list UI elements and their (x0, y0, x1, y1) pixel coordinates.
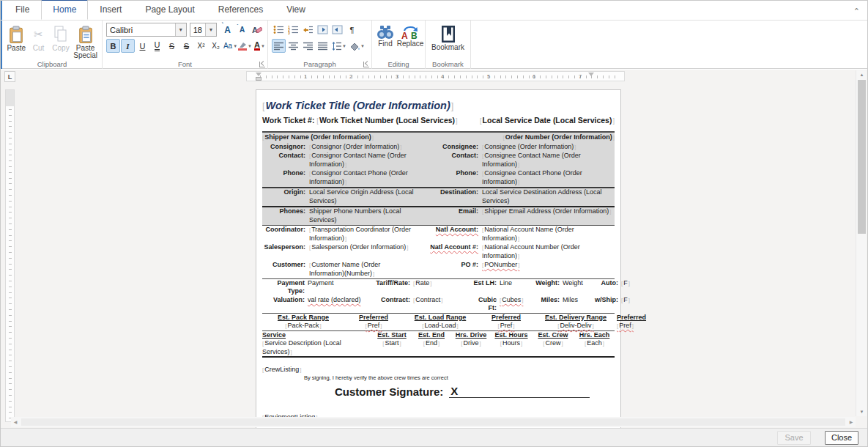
font-size-combo[interactable]: 18 ▼ (190, 23, 217, 37)
copy-button[interactable]: Copy (51, 23, 71, 61)
line-spacing-button[interactable]: ▼ (330, 39, 348, 53)
crew-listing-field[interactable]: CrewListing (262, 366, 615, 373)
justify-button[interactable] (316, 39, 330, 53)
table-row-origin: Origin: Local Service Origin Address (Lo… (262, 187, 615, 207)
ribbon-tab-bar: File Home Insert Page Layout References … (4, 1, 845, 20)
font-color-button[interactable]: A▼ (253, 39, 267, 53)
line-spacing-icon (332, 42, 341, 51)
decrease-indent-button[interactable] (316, 23, 330, 37)
copy-icon (53, 25, 68, 44)
table-row: Consignor: Consignor (Order Information)… (262, 142, 615, 152)
horizontal-ruler[interactable]: 1 2 3 4 5 6 7 (246, 71, 625, 81)
horizontal-scrollbar-thumb[interactable] (21, 418, 845, 426)
payment-row: Valuation: val rate (declared) Contract:… (262, 296, 615, 314)
align-right-button[interactable] (301, 39, 315, 53)
first-line-indent-marker[interactable] (256, 73, 261, 76)
tab-home[interactable]: Home (41, 0, 88, 20)
service-value-row: Service Description (Local Services) Sta… (262, 339, 615, 358)
chevron-down-icon[interactable]: ▼ (205, 23, 216, 36)
ruler-number: 1 (304, 73, 307, 80)
align-left-icon (274, 42, 284, 51)
highlight-color-button[interactable]: ▼ (238, 39, 252, 53)
svg-text:3: 3 (288, 31, 290, 34)
align-left-button[interactable] (272, 39, 286, 53)
chevron-down-icon: ▼ (342, 44, 346, 48)
multilevel-list-icon (303, 25, 314, 34)
increase-indent-button[interactable] (330, 23, 344, 37)
ticket-number-field[interactable]: Work Ticket Number (Local Services) (316, 116, 457, 125)
italic-button[interactable]: I (121, 39, 135, 53)
svg-text:B: B (411, 31, 418, 40)
scroll-up-icon[interactable]: ▲ (856, 70, 867, 79)
tab-file[interactable]: File (4, 0, 41, 20)
clear-formatting-button[interactable]: A (250, 23, 264, 37)
vertical-scrollbar[interactable]: ▲ ▼ (856, 70, 867, 416)
multilevel-list-button[interactable] (301, 23, 315, 37)
vertical-ruler[interactable] (5, 89, 15, 422)
underline-button[interactable]: U (136, 39, 149, 53)
shading-icon (350, 42, 360, 51)
horizontal-scrollbar[interactable]: ◀ ▶ (11, 417, 856, 427)
collapse-ribbon-icon[interactable]: ⌃ (853, 7, 860, 16)
double-strikethrough-button[interactable]: S (179, 39, 193, 53)
vertical-scrollbar-thumb[interactable] (858, 80, 866, 234)
align-center-button[interactable] (286, 39, 300, 53)
document-canvas: L 1 2 3 4 5 6 7 Work Ticket Title (Order… (1, 70, 867, 428)
grow-font-button[interactable]: A (220, 23, 234, 37)
table-row: Contact: Consignor Contact Name (Order I… (262, 152, 615, 169)
subscript-button[interactable]: X₂ (209, 39, 223, 53)
group-label-editing: Editing (372, 60, 425, 68)
payment-row: Payment Type: Payment Tariff/Rate: Rate … (262, 278, 615, 296)
bullet-list-icon (273, 25, 284, 34)
service-date-field[interactable]: Local Service Date (Local Services) (480, 116, 615, 125)
shading-button[interactable]: ▼ (349, 39, 366, 53)
close-button[interactable]: Close (825, 431, 858, 445)
bookmark-button[interactable]: Bookmark (429, 23, 467, 61)
right-indent-marker[interactable] (588, 73, 594, 76)
tab-stop-selector[interactable]: L (4, 71, 15, 82)
bullet-list-button[interactable] (272, 23, 286, 37)
increase-indent-icon (332, 25, 343, 34)
order-number-field[interactable]: Order Number (Order Information) (503, 133, 615, 142)
scroll-left-icon[interactable]: ◀ (11, 417, 20, 427)
table-row: Phone: Consignor Contact Phone (Order In… (262, 169, 615, 187)
change-case-button[interactable]: Aa▼ (223, 39, 237, 53)
double-underline-button[interactable]: U (150, 39, 164, 53)
align-center-icon (289, 42, 299, 51)
chevron-down-icon: ▼ (233, 44, 237, 48)
shipper-name-field[interactable]: Shipper Name (Order Information) (262, 133, 503, 142)
find-icon (376, 25, 394, 40)
numbered-list-button[interactable]: 123 (286, 23, 300, 37)
tab-view[interactable]: View (275, 0, 317, 20)
numbered-list-icon: 123 (288, 25, 299, 34)
font-name-combo[interactable]: Calibri ▼ (106, 23, 187, 37)
paste-special-button[interactable]: Paste Special (73, 23, 98, 61)
paste-icon (8, 25, 24, 44)
signature-rule: X (449, 385, 590, 398)
replace-button[interactable]: AB Replace (396, 23, 424, 61)
tab-page-layout[interactable]: Page Layout (133, 0, 206, 20)
superscript-button[interactable]: X² (194, 39, 208, 53)
find-button[interactable]: Find (376, 23, 395, 61)
cut-button[interactable]: ✂ Cut (28, 23, 48, 61)
left-indent-marker[interactable] (256, 77, 261, 81)
scroll-down-icon[interactable]: ▼ (856, 407, 867, 416)
chevron-down-icon[interactable]: ▼ (175, 23, 186, 36)
range-header-row: Est. Pack Range Preferred Est. Load Rang… (262, 314, 615, 322)
doc-title-field[interactable]: Work Ticket Title (Order Information) (262, 100, 615, 111)
chevron-down-icon: ▼ (248, 44, 252, 48)
shrink-font-button[interactable]: A (235, 23, 249, 37)
paste-button[interactable]: Paste (6, 23, 26, 61)
document-page[interactable]: Work Ticket Title (Order Information) Wo… (256, 89, 621, 428)
tab-insert[interactable]: Insert (88, 0, 133, 20)
tab-references[interactable]: References (207, 0, 275, 20)
save-button[interactable]: Save (777, 431, 811, 445)
ruler-number: 7 (579, 73, 582, 80)
ruler-ticks (9, 109, 12, 418)
bold-button[interactable]: B (106, 39, 120, 53)
verify-text: By signing, I hereby verify the above cr… (304, 374, 615, 381)
scroll-right-icon[interactable]: ▶ (847, 417, 856, 427)
table-header-row: Shipper Name (Order Information) Order N… (262, 133, 615, 142)
strikethrough-button[interactable]: S (165, 39, 179, 53)
show-paragraph-marks-button[interactable]: ¶ (345, 23, 359, 37)
